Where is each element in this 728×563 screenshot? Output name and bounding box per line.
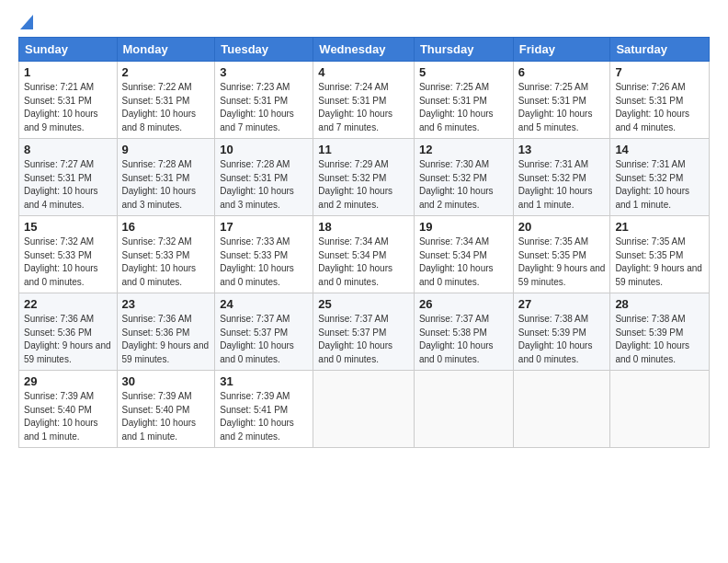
sunrise-info: Sunrise: 7:23 AMSunset: 5:31 PMDaylight:… bbox=[220, 82, 294, 132]
weekday-header-tuesday: Tuesday bbox=[215, 38, 313, 62]
calendar-cell: 5 Sunrise: 7:25 AMSunset: 5:31 PMDayligh… bbox=[414, 62, 513, 139]
day-number: 3 bbox=[220, 65, 308, 79]
sunrise-info: Sunrise: 7:31 AMSunset: 5:32 PMDaylight:… bbox=[518, 159, 593, 210]
sunrise-info: Sunrise: 7:28 AMSunset: 5:31 PMDaylight:… bbox=[122, 159, 197, 210]
calendar-cell: 13 Sunrise: 7:31 AMSunset: 5:32 PMDaylig… bbox=[513, 139, 610, 216]
day-number: 23 bbox=[122, 297, 210, 311]
sunrise-info: Sunrise: 7:34 AMSunset: 5:34 PMDaylight:… bbox=[318, 236, 392, 287]
calendar-cell: 23 Sunrise: 7:36 AMSunset: 5:36 PMDaylig… bbox=[117, 293, 215, 371]
sunrise-info: Sunrise: 7:39 AMSunset: 5:41 PMDaylight:… bbox=[220, 391, 294, 442]
sunrise-info: Sunrise: 7:33 AMSunset: 5:33 PMDaylight:… bbox=[220, 236, 294, 287]
sunrise-info: Sunrise: 7:30 AMSunset: 5:32 PMDaylight:… bbox=[419, 159, 494, 210]
sunrise-info: Sunrise: 7:36 AMSunset: 5:36 PMDaylight:… bbox=[122, 314, 210, 364]
sunrise-info: Sunrise: 7:32 AMSunset: 5:33 PMDaylight:… bbox=[24, 236, 98, 287]
day-number: 9 bbox=[122, 143, 210, 156]
calendar-cell: 22 Sunrise: 7:36 AMSunset: 5:36 PMDaylig… bbox=[19, 293, 118, 371]
sunrise-info: Sunrise: 7:28 AMSunset: 5:31 PMDaylight:… bbox=[220, 159, 294, 210]
weekday-header-friday: Friday bbox=[513, 38, 610, 62]
sunrise-info: Sunrise: 7:37 AMSunset: 5:37 PMDaylight:… bbox=[220, 314, 294, 364]
logo-triangle-icon bbox=[20, 15, 33, 29]
sunrise-info: Sunrise: 7:21 AMSunset: 5:31 PMDaylight:… bbox=[24, 82, 98, 132]
day-number: 28 bbox=[615, 297, 704, 311]
calendar-week-row: 8 Sunrise: 7:27 AMSunset: 5:31 PMDayligh… bbox=[19, 139, 710, 216]
calendar-cell: 11 Sunrise: 7:29 AMSunset: 5:32 PMDaylig… bbox=[313, 139, 415, 216]
day-number: 30 bbox=[122, 374, 210, 388]
weekday-header-row: SundayMondayTuesdayWednesdayThursdayFrid… bbox=[19, 38, 710, 62]
calendar-cell: 1 Sunrise: 7:21 AMSunset: 5:31 PMDayligh… bbox=[19, 62, 118, 139]
day-number: 25 bbox=[318, 297, 409, 311]
sunrise-info: Sunrise: 7:31 AMSunset: 5:32 PMDaylight:… bbox=[615, 159, 689, 210]
calendar-cell bbox=[513, 371, 610, 448]
calendar-cell: 6 Sunrise: 7:25 AMSunset: 5:31 PMDayligh… bbox=[513, 62, 610, 139]
calendar-cell: 27 Sunrise: 7:38 AMSunset: 5:39 PMDaylig… bbox=[513, 293, 610, 371]
calendar-table: SundayMondayTuesdayWednesdayThursdayFrid… bbox=[18, 37, 710, 448]
calendar-cell: 21 Sunrise: 7:35 AMSunset: 5:35 PMDaylig… bbox=[610, 216, 710, 293]
day-number: 16 bbox=[122, 220, 210, 234]
day-number: 4 bbox=[318, 65, 409, 79]
weekday-header-saturday: Saturday bbox=[610, 38, 710, 62]
weekday-header-sunday: Sunday bbox=[19, 38, 118, 62]
calendar-cell: 31 Sunrise: 7:39 AMSunset: 5:41 PMDaylig… bbox=[215, 371, 313, 448]
calendar-cell: 8 Sunrise: 7:27 AMSunset: 5:31 PMDayligh… bbox=[19, 139, 118, 216]
day-number: 26 bbox=[419, 297, 508, 311]
sunrise-info: Sunrise: 7:27 AMSunset: 5:31 PMDaylight:… bbox=[24, 159, 98, 210]
calendar-cell: 3 Sunrise: 7:23 AMSunset: 5:31 PMDayligh… bbox=[215, 62, 313, 139]
sunrise-info: Sunrise: 7:29 AMSunset: 5:32 PMDaylight:… bbox=[318, 159, 392, 210]
day-number: 22 bbox=[24, 297, 112, 311]
calendar-cell: 16 Sunrise: 7:32 AMSunset: 5:33 PMDaylig… bbox=[117, 216, 215, 293]
calendar-cell: 9 Sunrise: 7:28 AMSunset: 5:31 PMDayligh… bbox=[117, 139, 215, 216]
sunrise-info: Sunrise: 7:32 AMSunset: 5:33 PMDaylight:… bbox=[122, 236, 197, 287]
day-number: 10 bbox=[220, 143, 308, 156]
day-number: 29 bbox=[24, 374, 112, 388]
calendar-week-row: 15 Sunrise: 7:32 AMSunset: 5:33 PMDaylig… bbox=[19, 216, 710, 293]
day-number: 8 bbox=[24, 143, 112, 156]
day-number: 19 bbox=[419, 220, 508, 234]
sunrise-info: Sunrise: 7:38 AMSunset: 5:39 PMDaylight:… bbox=[615, 314, 689, 364]
day-number: 11 bbox=[318, 143, 409, 156]
calendar-cell: 10 Sunrise: 7:28 AMSunset: 5:31 PMDaylig… bbox=[215, 139, 313, 216]
weekday-header-wednesday: Wednesday bbox=[313, 38, 415, 62]
day-number: 17 bbox=[220, 220, 308, 234]
sunrise-info: Sunrise: 7:24 AMSunset: 5:31 PMDaylight:… bbox=[318, 82, 392, 132]
sunrise-info: Sunrise: 7:37 AMSunset: 5:37 PMDaylight:… bbox=[318, 314, 392, 364]
calendar-cell: 26 Sunrise: 7:37 AMSunset: 5:38 PMDaylig… bbox=[414, 293, 513, 371]
calendar-cell: 18 Sunrise: 7:34 AMSunset: 5:34 PMDaylig… bbox=[313, 216, 415, 293]
calendar-cell: 25 Sunrise: 7:37 AMSunset: 5:37 PMDaylig… bbox=[313, 293, 415, 371]
weekday-header-thursday: Thursday bbox=[414, 38, 513, 62]
svg-marker-0 bbox=[20, 15, 33, 29]
calendar-cell: 15 Sunrise: 7:32 AMSunset: 5:33 PMDaylig… bbox=[19, 216, 118, 293]
calendar-cell: 4 Sunrise: 7:24 AMSunset: 5:31 PMDayligh… bbox=[313, 62, 415, 139]
calendar-cell: 14 Sunrise: 7:31 AMSunset: 5:32 PMDaylig… bbox=[610, 139, 710, 216]
calendar-cell bbox=[414, 371, 513, 448]
sunrise-info: Sunrise: 7:22 AMSunset: 5:31 PMDaylight:… bbox=[122, 82, 197, 132]
sunrise-info: Sunrise: 7:39 AMSunset: 5:40 PMDaylight:… bbox=[24, 391, 98, 442]
day-number: 27 bbox=[518, 297, 606, 311]
calendar-week-row: 29 Sunrise: 7:39 AMSunset: 5:40 PMDaylig… bbox=[19, 371, 710, 448]
calendar-cell: 20 Sunrise: 7:35 AMSunset: 5:35 PMDaylig… bbox=[513, 216, 610, 293]
calendar-cell bbox=[313, 371, 415, 448]
sunrise-info: Sunrise: 7:35 AMSunset: 5:35 PMDaylight:… bbox=[615, 236, 702, 287]
day-number: 21 bbox=[615, 220, 704, 234]
calendar-cell: 19 Sunrise: 7:34 AMSunset: 5:34 PMDaylig… bbox=[414, 216, 513, 293]
calendar-cell: 24 Sunrise: 7:37 AMSunset: 5:37 PMDaylig… bbox=[215, 293, 313, 371]
day-number: 18 bbox=[318, 220, 409, 234]
day-number: 15 bbox=[24, 220, 112, 234]
day-number: 31 bbox=[220, 374, 308, 388]
sunrise-info: Sunrise: 7:39 AMSunset: 5:40 PMDaylight:… bbox=[122, 391, 197, 442]
header bbox=[18, 15, 710, 31]
calendar-cell: 30 Sunrise: 7:39 AMSunset: 5:40 PMDaylig… bbox=[117, 371, 215, 448]
day-number: 2 bbox=[122, 65, 210, 79]
calendar-cell: 12 Sunrise: 7:30 AMSunset: 5:32 PMDaylig… bbox=[414, 139, 513, 216]
day-number: 14 bbox=[615, 143, 704, 156]
day-number: 13 bbox=[518, 143, 606, 156]
calendar-cell: 2 Sunrise: 7:22 AMSunset: 5:31 PMDayligh… bbox=[117, 62, 215, 139]
sunrise-info: Sunrise: 7:36 AMSunset: 5:36 PMDaylight:… bbox=[24, 314, 111, 364]
calendar-week-row: 1 Sunrise: 7:21 AMSunset: 5:31 PMDayligh… bbox=[19, 62, 710, 139]
day-number: 24 bbox=[220, 297, 308, 311]
sunrise-info: Sunrise: 7:35 AMSunset: 5:35 PMDaylight:… bbox=[518, 236, 606, 287]
sunrise-info: Sunrise: 7:25 AMSunset: 5:31 PMDaylight:… bbox=[518, 82, 593, 132]
day-number: 6 bbox=[518, 65, 606, 79]
calendar-week-row: 22 Sunrise: 7:36 AMSunset: 5:36 PMDaylig… bbox=[19, 293, 710, 371]
day-number: 1 bbox=[24, 65, 112, 79]
calendar-cell: 17 Sunrise: 7:33 AMSunset: 5:33 PMDaylig… bbox=[215, 216, 313, 293]
